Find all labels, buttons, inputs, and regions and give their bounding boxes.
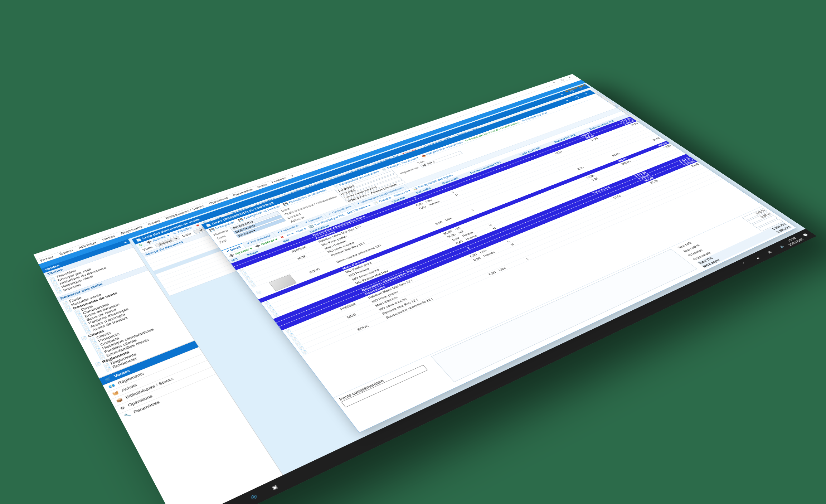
poste-comp-label: Poste complémentaire xyxy=(338,359,427,402)
gear-icon: ⚙ xyxy=(119,405,126,411)
filter-vues-label: Vues xyxy=(142,246,153,251)
product-thumb xyxy=(269,275,297,291)
taskbar-clock[interactable]: 15:3010/03/2020 xyxy=(786,236,802,245)
menu-help[interactable]: ? xyxy=(290,174,294,177)
line-supprimer-button[interactable]: ✖ xyxy=(280,235,285,239)
wrench-icon: 🔧 xyxy=(123,412,131,418)
tray-sound-icon[interactable]: 🔈 xyxy=(774,242,789,251)
box-icon: 📦 xyxy=(115,397,123,404)
cart-icon: 🛒 xyxy=(104,376,112,382)
field-impayement-label: Impayement xyxy=(399,166,420,175)
euro-icon: 💶 xyxy=(108,383,116,389)
lcol-num[interactable]: N°T xyxy=(228,254,247,263)
pct-cout-h-label: Taux coût H xyxy=(682,244,701,254)
line-ajouter-button[interactable]: ➕ Ajouter ▾ xyxy=(228,247,253,258)
edge-icon[interactable]: ⓔ xyxy=(245,489,264,504)
poste-comp-input[interactable] xyxy=(341,365,428,407)
pct-cout-label: Taux coût xyxy=(677,241,693,250)
app-icon[interactable]: ▣ xyxy=(265,480,284,495)
sidebar-pin-icon[interactable]: × xyxy=(123,241,127,244)
pct-remise-label: % Remise xyxy=(687,248,705,258)
tray-network-icon[interactable]: 🖧 xyxy=(762,247,777,257)
total-ttc-label: Total TTC xyxy=(698,256,714,265)
tray-cloud-icon[interactable]: ☁ xyxy=(749,253,766,263)
pct-escompte-label: % Escompte xyxy=(692,251,713,262)
tray-chevron-icon[interactable]: ˄ xyxy=(737,259,753,269)
notes-area[interactable] xyxy=(431,249,698,382)
supprimer-button[interactable]: ✖ xyxy=(195,224,200,227)
basket-icon: 🧺 xyxy=(112,390,120,396)
net-payer-label: Net à payer xyxy=(701,258,720,268)
refresh-button[interactable]: ↻ xyxy=(138,243,144,247)
